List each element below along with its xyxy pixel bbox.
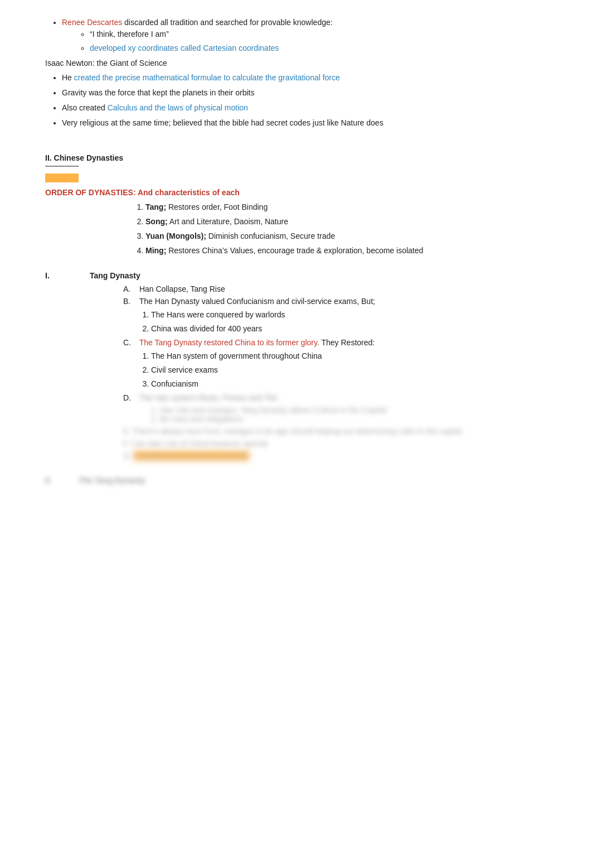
- newton-bullet3: Also created Calculus and the laws of ph…: [62, 102, 547, 114]
- section-divider: [45, 166, 79, 167]
- roman-ii-section: II. The Tang Dynasty: [45, 476, 547, 485]
- roman-ii-title-text: The Tang Dynasty: [79, 476, 145, 485]
- song-label: Song;: [145, 217, 168, 226]
- newton-section: He created the precise mathematical form…: [62, 72, 547, 129]
- order-header: ORDER OF DYNASTIES: And characteristics …: [45, 188, 547, 197]
- tang-dynasty-content: Tang Dynasty A. Han Collapse, Tang Rise …: [90, 271, 462, 460]
- descartes-name: Renee Descartes: [62, 18, 122, 27]
- tang-g: G. complete future economy and the: [123, 451, 462, 460]
- newton-bullet3-prefix: Also created: [62, 103, 108, 112]
- dynasty-order-list: Tang; Restores order, Foot Binding Song;…: [145, 201, 547, 257]
- yuan-rest: Diminish confucianism, Secure trade: [206, 232, 335, 240]
- newton-bullet1-prefix: He: [62, 73, 74, 82]
- newton-bullet1: He created the precise mathematical form…: [62, 72, 547, 84]
- tang-c-sub2: Civil service exams: [151, 364, 462, 376]
- tang-b-sub2: China was divided for 400 years: [151, 323, 462, 335]
- ming-label: Ming;: [145, 246, 166, 255]
- descartes-section: Renee Descartes discarded all tradition …: [62, 17, 547, 54]
- tang-c-label: C.: [123, 338, 137, 347]
- descartes-sub2: developed xy coordinates called Cartesia…: [90, 42, 547, 54]
- newton-gravity-link: created the precise mathematical formula…: [74, 73, 340, 82]
- roman-numeral-ii: II.: [45, 476, 79, 485]
- tang-b-text: The Han Dynasty valued Confucianism and …: [139, 297, 375, 306]
- tang-d-sub2: 2. Be rules and obligations: [151, 414, 462, 423]
- newton-bullet2: Gravity was the force that kept the plan…: [62, 87, 547, 99]
- tang-label: Tang;: [145, 202, 166, 211]
- tang-a-text: Han Collapse, Tang Rise: [139, 284, 225, 293]
- page-content: Renee Descartes discarded all tradition …: [45, 17, 547, 485]
- dynasty-item-3: Yuan (Mongols); Diminish confucianism, S…: [145, 230, 547, 242]
- orange-highlight-block: [45, 173, 79, 182]
- newton-calculus-link: Calculus and the laws of physical motion: [108, 103, 248, 112]
- tang-a-label: A.: [123, 284, 137, 293]
- newton-header: Isaac Newton: the Giant of Science: [45, 59, 547, 67]
- descartes-sub1: “I think, therefore I am”: [90, 28, 547, 40]
- song-rest: Art and Literature, Daoism, Nature: [168, 217, 288, 226]
- dynasty-item-1: Tang; Restores order, Foot Binding: [145, 201, 547, 213]
- roman-numeral-i: I.: [45, 271, 79, 280]
- descartes-bullet: Renee Descartes discarded all tradition …: [62, 17, 547, 54]
- tang-b-label: B.: [123, 297, 137, 306]
- tang-dynasty-title: Tang Dynasty: [90, 271, 462, 280]
- tang-d-sub1: 1. Han role and changes, Tang Dynasty al…: [151, 406, 462, 414]
- tang-rest: Restores order, Foot Binding: [166, 202, 268, 211]
- yuan-label: Yuan (Mongols);: [145, 232, 206, 240]
- descartes-coordinates: developed xy coordinates called Cartesia…: [90, 44, 279, 52]
- tang-c-sub-list: The Han system of government throughout …: [151, 350, 462, 390]
- tang-dynasty-section: I. Tang Dynasty A. Han Collapse, Tang Ri…: [45, 271, 547, 460]
- roman-ii-title-blurred: The Tang Dynasty: [79, 476, 145, 485]
- chinese-dynasties-block: ORDER OF DYNASTIES: And characteristics …: [45, 173, 547, 485]
- tang-c-sub1: The Han system of government throughout …: [151, 350, 462, 362]
- tang-b-sub-list: The Hans were conquered by warlords Chin…: [151, 309, 462, 335]
- tang-b-sub1: The Hans were conquered by warlords: [151, 309, 462, 321]
- tang-a: A. Han Collapse, Tang Rise: [123, 284, 462, 293]
- ming-rest: Restores China’s Values, encourage trade…: [166, 246, 423, 255]
- descartes-intro: discarded all tradition and searched for…: [122, 18, 332, 27]
- tang-c-sub3: Confucianism: [151, 378, 462, 390]
- dynasty-item-4: Ming; Restores China’s Values, encourage…: [145, 245, 547, 257]
- section-ii-header: II. Chinese Dynasties: [45, 153, 547, 162]
- tang-e: E. There's always here from, indulges to…: [123, 427, 462, 436]
- tang-c-link: The Tang Dynasty restored China to its f…: [139, 338, 319, 347]
- descartes-sub-list: “I think, therefore I am” developed xy c…: [90, 28, 547, 54]
- tang-c: C. The Tang Dynasty restored China to it…: [123, 338, 462, 347]
- tang-b: B. The Han Dynasty valued Confucianism a…: [123, 297, 462, 306]
- tang-d-text: The Han system Rests, Proves and The: [139, 393, 278, 402]
- tang-d: D. The Han system Rests, Proves and The: [123, 393, 462, 402]
- tang-c-suffix: They Restored:: [319, 338, 375, 347]
- dynasty-item-2: Song; Art and Literature, Daoism, Nature: [145, 216, 547, 228]
- tang-f: F. Can take rule of China however specia…: [123, 439, 462, 448]
- newton-bullet4: Very religious at the same time; believe…: [62, 117, 547, 129]
- tang-d-label: D.: [123, 393, 137, 402]
